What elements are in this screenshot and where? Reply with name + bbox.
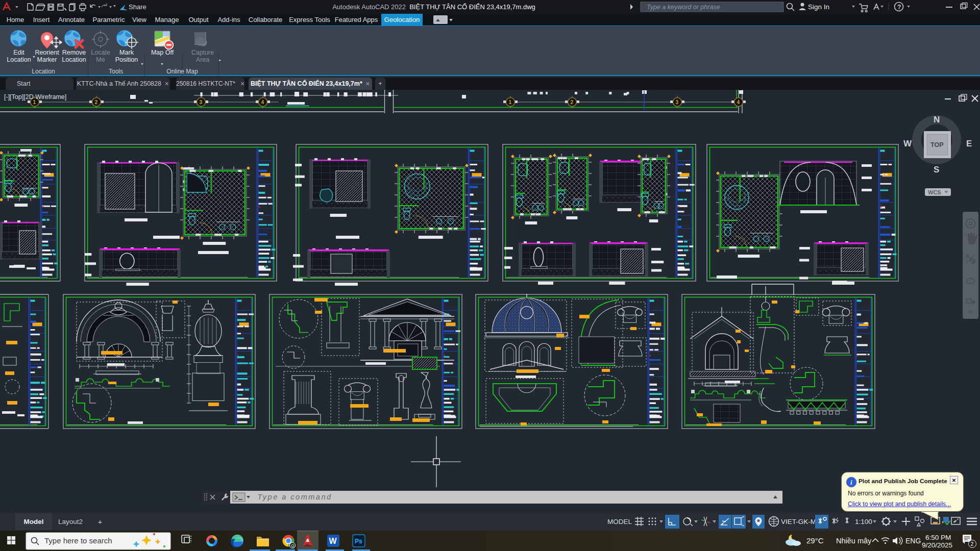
svg-text:3: 3 [676, 99, 679, 105]
svg-text:9/20/2025: 9/20/2025 [922, 541, 952, 549]
svg-text:Q: Q [291, 543, 294, 548]
svg-text:ENG: ENG [905, 537, 921, 545]
svg-text:Share: Share [129, 3, 146, 11]
svg-text:W: W [329, 537, 337, 545]
svg-text:Ps: Ps [355, 538, 362, 545]
svg-text:4: 4 [261, 99, 264, 105]
svg-text:1:100: 1:100 [855, 518, 872, 525]
svg-text:W: W [903, 139, 912, 148]
svg-text:VIET-GK-M: VIET-GK-M [781, 518, 816, 525]
svg-text:Type a keyword or phrase: Type a keyword or phrase [647, 4, 720, 11]
svg-text:1: 1 [509, 99, 512, 105]
svg-text:2: 2 [571, 99, 574, 105]
svg-text:29°C: 29°C [806, 536, 824, 545]
svg-text:Nhiều mây: Nhiều mây [836, 537, 872, 545]
svg-text:TOP: TOP [930, 141, 943, 148]
svg-text:?: ? [897, 4, 901, 11]
svg-text:S: S [934, 165, 939, 174]
svg-text:2: 2 [95, 99, 98, 105]
svg-text:i: i [850, 479, 852, 486]
svg-text:E: E [966, 139, 972, 148]
svg-text:3: 3 [200, 99, 203, 105]
svg-text:Type a command: Type a command [248, 493, 332, 501]
svg-text:[-][Top][2D Wireframe]: [-][Top][2D Wireframe] [4, 93, 66, 101]
svg-text:Sign In: Sign In [808, 3, 829, 11]
svg-text:MODEL: MODEL [607, 518, 632, 525]
svg-text:N: N [934, 115, 940, 124]
svg-text:4: 4 [737, 99, 740, 105]
svg-text:2: 2 [971, 541, 974, 547]
svg-text:WCS: WCS [928, 189, 941, 195]
svg-text:Type here to search: Type here to search [44, 536, 112, 545]
svg-text:6:50 PM: 6:50 PM [925, 534, 951, 541]
